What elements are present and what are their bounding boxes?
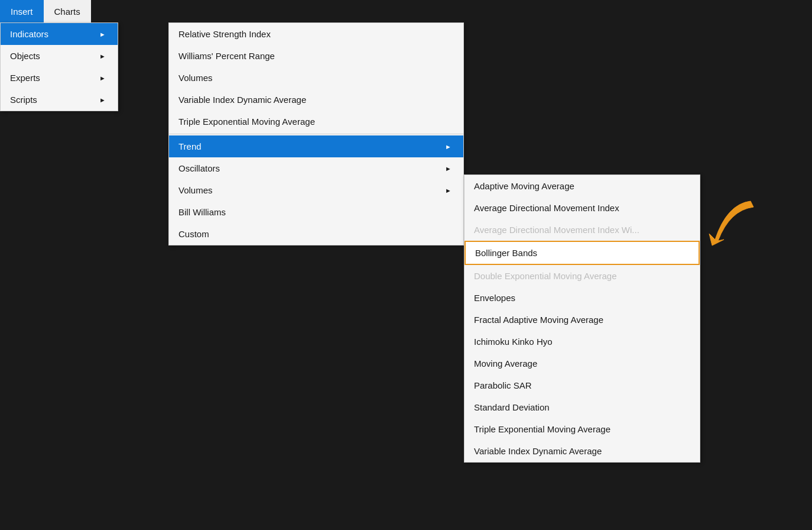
arrow-icon: ► bbox=[445, 143, 452, 150]
menu-bollinger-bands[interactable]: Bollinger Bands bbox=[465, 241, 700, 265]
menu-envelopes[interactable]: Envelopes bbox=[465, 287, 700, 309]
menu-scripts[interactable]: Scripts ► bbox=[1, 89, 118, 111]
menu-custom[interactable]: Custom bbox=[169, 223, 463, 245]
menu-dema[interactable]: Double Exponential Moving Average bbox=[465, 265, 700, 287]
menu-bill-williams[interactable]: Bill Williams bbox=[169, 201, 463, 223]
menu-ichimoku[interactable]: Ichimoku Kinko Hyo bbox=[465, 331, 700, 353]
arrow-icon: ► bbox=[445, 165, 452, 172]
dropdown-trend: Adaptive Moving Average Average Directio… bbox=[464, 174, 700, 463]
arrow-icon: ► bbox=[99, 75, 106, 82]
menu-tema2[interactable]: Triple Exponential Moving Average bbox=[465, 418, 700, 440]
menu-tema[interactable]: Triple Exponential Moving Average bbox=[169, 111, 463, 132]
dropdown-indicators: Relative Strength Index Williams' Percen… bbox=[168, 22, 464, 245]
arrow-annotation bbox=[697, 198, 768, 259]
menu-indicators[interactable]: Indicators ► bbox=[1, 23, 118, 45]
menu-adx[interactable]: Average Directional Movement Index bbox=[465, 197, 700, 219]
menu-williams-percent[interactable]: Williams' Percent Range bbox=[169, 45, 463, 67]
menu-moving-average[interactable]: Moving Average bbox=[465, 353, 700, 374]
arrow-icon: ► bbox=[99, 53, 106, 60]
menu-trend[interactable]: Trend ► bbox=[169, 135, 463, 157]
menu-parabolic-sar[interactable]: Parabolic SAR bbox=[465, 374, 700, 396]
arrow-icon: ► bbox=[99, 96, 106, 104]
menubar: Insert Charts bbox=[0, 0, 91, 22]
menu-vida2[interactable]: Variable Index Dynamic Average bbox=[465, 440, 700, 462]
menu-std-dev[interactable]: Standard Deviation bbox=[465, 396, 700, 418]
menu-oscillators[interactable]: Oscillators ► bbox=[169, 157, 463, 179]
menu-separator bbox=[169, 134, 463, 134]
menu-adxw[interactable]: Average Directional Movement Index Wi... bbox=[465, 219, 700, 241]
menu-vida[interactable]: Variable Index Dynamic Average bbox=[169, 89, 463, 111]
arrow-icon: ► bbox=[445, 187, 452, 194]
menu-volumes[interactable]: Volumes bbox=[169, 67, 463, 89]
menu-objects[interactable]: Objects ► bbox=[1, 45, 118, 67]
dropdown-insert: Indicators ► Objects ► Experts ► Scripts… bbox=[0, 22, 118, 111]
menu-rsi[interactable]: Relative Strength Index bbox=[169, 23, 463, 45]
menu-experts[interactable]: Experts ► bbox=[1, 67, 118, 89]
menubar-insert[interactable]: Insert bbox=[0, 0, 44, 22]
menu-volumes2[interactable]: Volumes ► bbox=[169, 179, 463, 201]
arrow-icon: ► bbox=[99, 31, 106, 38]
menu-adaptive-ma[interactable]: Adaptive Moving Average bbox=[465, 175, 700, 197]
menu-frama[interactable]: Fractal Adaptive Moving Average bbox=[465, 309, 700, 331]
menubar-charts[interactable]: Charts bbox=[44, 0, 91, 22]
